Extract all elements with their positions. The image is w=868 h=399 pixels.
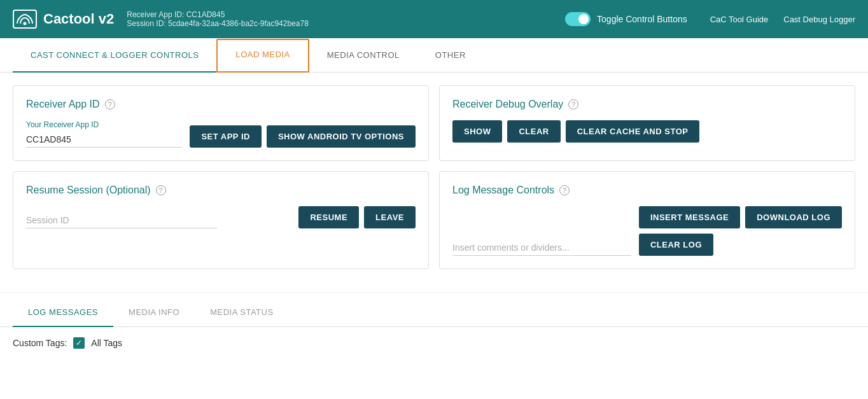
log-message-body: INSERT MESSAGE DOWNLOAD LOG CLEAR LOG xyxy=(452,206,842,256)
receiver-debug-card: Receiver Debug Overlay ? SHOW CLEAR CLEA… xyxy=(439,85,855,161)
log-message-input-group xyxy=(452,240,631,256)
receiver-app-id-input-label: Your Receiver App ID xyxy=(26,120,182,129)
tab-load-media[interactable]: LOAD MEDIA xyxy=(216,39,309,73)
receiver-app-id-help-icon[interactable]: ? xyxy=(105,99,115,109)
toggle-control-buttons[interactable] xyxy=(565,12,591,26)
resume-session-title: Resume Session (Optional) ? xyxy=(26,185,416,196)
custom-tags-area: Custom Tags: All Tags xyxy=(0,327,868,359)
log-message-input[interactable] xyxy=(452,240,631,256)
log-message-card: Log Message Controls ? INSERT MESSAGE DO… xyxy=(439,171,855,269)
receiver-app-id-input[interactable] xyxy=(26,132,182,148)
svg-rect-0 xyxy=(13,10,36,28)
receiver-debug-help-icon[interactable]: ? xyxy=(568,99,578,109)
logo-text: Cactool v2 xyxy=(43,11,114,27)
log-message-title: Log Message Controls ? xyxy=(452,185,842,196)
tab-other[interactable]: OTHER xyxy=(417,39,484,73)
top-cards-grid: Receiver App ID ? Your Receiver App ID S… xyxy=(13,85,855,269)
header-info: Receiver App ID: CC1AD845 Session ID: 5c… xyxy=(127,10,309,28)
receiver-debug-buttons: SHOW CLEAR CLEAR CACHE AND STOP xyxy=(452,120,699,143)
tab-cast-connect[interactable]: CAST CONNECT & LOGGER CONTROLS xyxy=(13,39,216,73)
leave-button[interactable]: LEAVE xyxy=(364,206,416,228)
header-links: CaC Tool Guide Cast Debug Logger xyxy=(710,15,855,24)
main-content: Receiver App ID ? Your Receiver App ID S… xyxy=(0,73,868,292)
all-tags-label: All Tags xyxy=(91,338,122,348)
log-message-buttons: INSERT MESSAGE DOWNLOAD LOG CLEAR LOG xyxy=(639,206,842,256)
all-tags-checkbox[interactable] xyxy=(73,337,85,349)
main-nav: CAST CONNECT & LOGGER CONTROLS LOAD MEDI… xyxy=(0,38,868,73)
receiver-app-id-body: Your Receiver App ID SET APP ID SHOW AND… xyxy=(26,120,416,148)
cac-tool-guide-link[interactable]: CaC Tool Guide xyxy=(710,15,769,24)
download-log-button[interactable]: DOWNLOAD LOG xyxy=(745,206,842,228)
cast-debug-logger-link[interactable]: Cast Debug Logger xyxy=(783,15,855,24)
custom-tags-label: Custom Tags: xyxy=(13,338,67,348)
toggle-area: Toggle Control Buttons xyxy=(565,12,687,26)
tab-media-info[interactable]: MEDIA INFO xyxy=(113,298,195,327)
receiver-app-id-info: Receiver App ID: CC1AD845 xyxy=(127,10,309,19)
tab-log-messages[interactable]: LOG MESSAGES xyxy=(13,298,113,327)
receiver-app-id-input-group: Your Receiver App ID xyxy=(26,120,182,148)
receiver-app-id-buttons: SET APP ID SHOW ANDROID TV OPTIONS xyxy=(190,125,416,148)
bottom-nav: LOG MESSAGES MEDIA INFO MEDIA STATUS xyxy=(0,298,868,327)
app-header: Cactool v2 Receiver App ID: CC1AD845 Ses… xyxy=(0,0,868,38)
log-message-help-icon[interactable]: ? xyxy=(559,185,570,195)
show-debug-button[interactable]: SHOW xyxy=(452,120,502,143)
insert-message-button[interactable]: INSERT MESSAGE xyxy=(639,206,740,228)
receiver-app-id-title: Receiver App ID ? xyxy=(26,99,416,110)
show-android-tv-button[interactable]: SHOW ANDROID TV OPTIONS xyxy=(267,125,416,148)
toggle-label: Toggle Control Buttons xyxy=(597,14,687,24)
resume-session-help-icon[interactable]: ? xyxy=(156,185,166,195)
session-id-info: Session ID: 5cdae4fa-32aa-4386-ba2c-9fac… xyxy=(127,19,309,28)
clear-log-button[interactable]: CLEAR LOG xyxy=(639,234,713,256)
resume-session-body: RESUME LEAVE xyxy=(26,206,416,228)
receiver-debug-body: SHOW CLEAR CLEAR CACHE AND STOP xyxy=(452,120,842,143)
logo-icon xyxy=(13,10,37,29)
tab-media-status[interactable]: MEDIA STATUS xyxy=(195,298,288,327)
clear-debug-button[interactable]: CLEAR xyxy=(507,120,560,143)
resume-session-card: Resume Session (Optional) ? RESUME LEAVE xyxy=(13,171,429,269)
svg-point-1 xyxy=(24,22,27,25)
session-id-input-group xyxy=(26,213,291,228)
receiver-debug-title: Receiver Debug Overlay ? xyxy=(452,99,842,110)
clear-cache-stop-button[interactable]: CLEAR CACHE AND STOP xyxy=(566,120,700,143)
logo-area: Cactool v2 xyxy=(13,10,114,29)
main-divider xyxy=(0,292,868,293)
resume-button[interactable]: RESUME xyxy=(298,206,359,228)
tab-media-control[interactable]: MEDIA CONTROL xyxy=(309,39,417,73)
set-app-id-button[interactable]: SET APP ID xyxy=(190,125,262,148)
resume-session-buttons: RESUME LEAVE xyxy=(298,206,416,228)
receiver-app-id-card: Receiver App ID ? Your Receiver App ID S… xyxy=(13,85,429,161)
session-id-input[interactable] xyxy=(26,213,217,228)
